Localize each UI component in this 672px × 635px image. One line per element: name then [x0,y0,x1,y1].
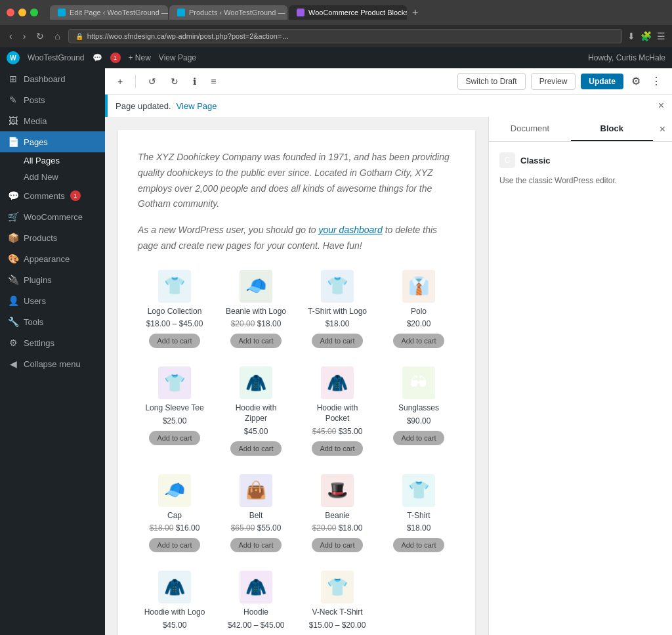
url-text: https://woo.sfndesign.ca/wp-admin/post.p… [87,32,289,40]
classic-block-title: Classic [520,156,551,165]
add-to-cart-button[interactable]: Add to cart [393,538,444,552]
sidebar-sub-all-pages[interactable]: All Pages [0,152,105,169]
sidebar-item-products[interactable]: 📦 Products [0,227,105,248]
add-to-cart-button[interactable]: Add to cart [149,334,200,348]
sidebar-label-dashboard: Dashboard [24,74,66,84]
wp-body: ⊞ Dashboard ✎ Posts 🖼 Media 📄 Pages All … [0,68,672,635]
sidebar-item-settings[interactable]: ⚙ Settings [0,332,105,353]
add-to-cart-button[interactable]: Add to cart [312,538,362,552]
wp-favicon-icon-2 [177,9,185,16]
list-view-button[interactable]: ≡ [206,73,220,90]
product-item: 🧢 Cap $18.00 $16.00 Add to cart [138,469,211,558]
sidebar-label-pages: Pages [24,137,48,147]
settings-button[interactable]: ⚙ [629,72,643,90]
editor-page[interactable]: The XYZ Doohickey Company was founded in… [118,130,475,635]
product-name: Hoodie with Pocket [306,403,369,424]
notice-close-button[interactable]: × [658,100,664,112]
wp-logo[interactable]: W [7,51,20,64]
add-to-cart-button[interactable]: Add to cart [149,538,200,552]
classic-block-description: Use the classic WordPress editor. [499,175,662,186]
product-item: 👕 Long Sleeve Tee $25.00 Add to cart [138,361,211,460]
new-tab-button[interactable]: + [408,5,422,20]
product-price: $45.00 $35.00 [306,427,369,436]
product-item: 👕 Logo Collection $18.00 – $45.00 Add to… [138,265,211,354]
update-button[interactable]: Update [581,74,623,89]
sidebar-sub-add-new[interactable]: Add New [0,169,105,185]
preview-button[interactable]: Preview [531,73,576,90]
sidebar-item-tools[interactable]: 🔧 Tools [0,311,105,332]
sidebar-item-comments[interactable]: 💬 Comments 1 [0,185,105,206]
tab-document[interactable]: Document [489,117,571,141]
sidebar-item-posts[interactable]: ✎ Posts [0,89,105,110]
tools-icon: 🔧 [8,317,18,327]
redo-button[interactable]: ↻ [166,73,183,90]
address-bar[interactable]: 🔒 https://woo.sfndesign.ca/wp-admin/post… [68,29,622,43]
admin-bar-right: Howdy, Curtis McHale [588,53,665,62]
sidebar-item-media[interactable]: 🖼 Media [0,110,105,131]
view-page-link[interactable]: View Page [159,53,196,62]
sidebar-item-dashboard[interactable]: ⊞ Dashboard [0,68,105,89]
product-name: Hoodie with Zipper [224,403,287,424]
product-item: 🧥 Hoodie with Zipper $45.00 Add to cart [219,361,293,460]
classic-block-header: C Classic [499,152,662,168]
product-price: $18.00 [306,319,369,328]
sidebar-item-users[interactable]: 👤 Users [0,290,105,311]
add-to-cart-button[interactable]: Add to cart [312,441,362,456]
view-page-notice-link[interactable]: View Page [177,101,217,111]
product-thumbnail: 👔 [402,270,435,303]
download-icon[interactable]: ⬇ [627,31,635,41]
browser-tab-3[interactable]: WooCommerce Product Blocks × [289,5,407,20]
browser-tab-2[interactable]: Products ‹ WooTestGround — Wor… × [169,5,287,20]
sidebar-label-comments: Comments [24,191,65,201]
more-options-button[interactable]: ⋮ [648,72,664,90]
sidebar-item-pages[interactable]: 📄 Pages [0,131,105,152]
sidebar-item-collapse[interactable]: ◀ Collapse menu [0,353,105,374]
site-name[interactable]: WooTestGround [28,53,85,62]
info-button[interactable]: ℹ [188,73,201,90]
tab-3-label: WooCommerce Product Blocks [308,9,407,16]
forward-button[interactable]: › [20,30,29,43]
close-button[interactable] [7,9,14,16]
products-icon: 📦 [8,232,18,243]
pages-icon: 📄 [8,137,18,147]
dashboard-link[interactable]: your dashboard [318,225,382,235]
add-block-button[interactable]: + [113,73,127,90]
product-price: $20.00 $18.00 [306,523,369,533]
sidebar-item-appearance[interactable]: 🎨 Appearance [0,248,105,269]
refresh-button[interactable]: ↻ [33,30,47,43]
sidebar-label-settings: Settings [24,338,54,348]
add-to-cart-button[interactable]: Add to cart [230,538,281,552]
product-thumbnail: 👕 [321,270,354,303]
add-to-cart-button[interactable]: Add to cart [149,431,200,445]
home-button[interactable]: ⌂ [52,30,62,43]
toolbar-separator-1 [135,75,136,88]
plugins-icon: 🔌 [8,274,18,285]
browser-tab-1[interactable]: Edit Page ‹ WooTestGround — Wor… × [50,5,168,20]
panel-tab-row: Document Block × [489,117,672,142]
products-grid: 👕 Logo Collection $18.00 – $45.00 Add to… [138,265,455,635]
wc-favicon-icon [297,9,304,16]
sidebar-label-woocommerce: WooCommerce [24,212,83,222]
add-to-cart-button[interactable]: Add to cart [312,334,362,348]
back-button[interactable]: ‹ [7,30,15,43]
menu-icon[interactable]: ☰ [657,31,665,41]
sidebar-item-plugins[interactable]: 🔌 Plugins [0,269,105,290]
wp-admin-bar: W WooTestGround 💬 1 + New View Page Howd… [0,47,672,68]
minimize-button[interactable] [18,9,26,16]
sidebar-item-woocommerce[interactable]: 🛒 WooCommerce [0,206,105,227]
product-thumbnail: 🕶 [402,366,435,399]
add-new-button[interactable]: + New [129,53,151,62]
tab-block[interactable]: Block [571,117,653,141]
add-to-cart-button[interactable]: Add to cart [393,334,444,348]
switch-to-draft-button[interactable]: Switch to Draft [457,73,526,90]
add-to-cart-button[interactable]: Add to cart [230,441,281,456]
maximize-button[interactable] [30,9,38,16]
panel-close-button[interactable]: × [653,118,672,141]
add-to-cart-button[interactable]: Add to cart [393,431,444,445]
comments-badge: 1 [70,190,81,201]
extensions-icon[interactable]: 🧩 [640,31,652,41]
add-to-cart-button[interactable]: Add to cart [230,334,281,348]
undo-button[interactable]: ↺ [144,73,161,90]
sidebar: ⊞ Dashboard ✎ Posts 🖼 Media 📄 Pages All … [0,68,105,635]
product-emoji-icon: 🎩 [327,480,348,500]
